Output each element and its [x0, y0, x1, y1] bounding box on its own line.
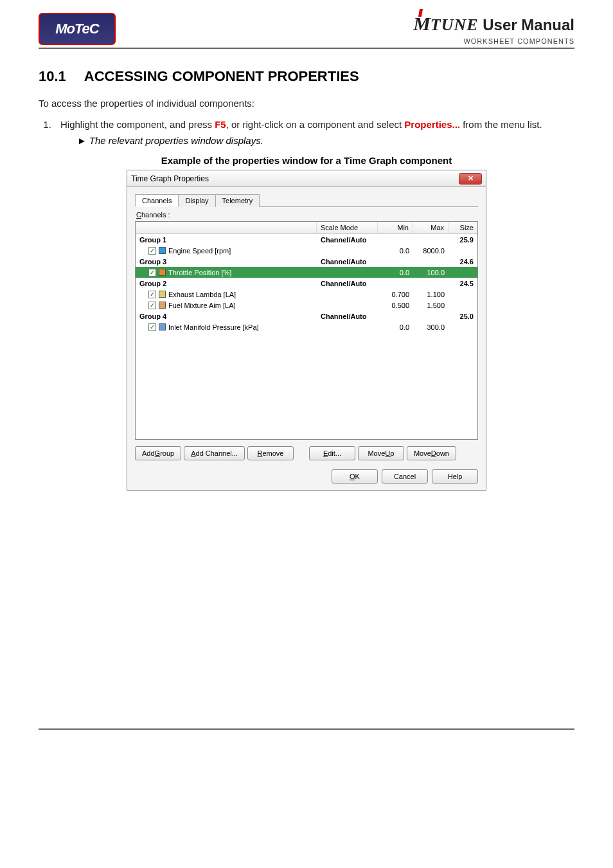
steps-list: Highlight the component, and press F5, o…: [39, 119, 574, 130]
checkbox[interactable]: ✓: [148, 323, 156, 331]
table-channel-row[interactable]: ✓Exhaust Lambda [LA]0.7001.100: [136, 289, 477, 300]
figure-caption: Example of the properties window for a T…: [39, 155, 574, 166]
motec-logo: MoTeC: [39, 13, 116, 45]
step-1: Highlight the component, and press F5, o…: [54, 119, 574, 130]
row-label: Group 2: [139, 280, 166, 287]
remove-button[interactable]: Remove: [247, 446, 294, 460]
brand-line: MTUNE User Manual: [413, 13, 574, 35]
checkbox[interactable]: ✓: [148, 247, 156, 255]
channels-table[interactable]: Scale Mode Min Max Size Group 1Channel/A…: [135, 221, 478, 440]
checkbox[interactable]: ✓: [148, 302, 156, 309]
close-icon[interactable]: ✕: [459, 173, 482, 185]
row-label: Throttle Position [%]: [168, 269, 231, 276]
help-button[interactable]: Help: [432, 469, 478, 484]
table-header: Scale Mode Min Max Size: [136, 222, 477, 234]
tab-telemetry[interactable]: Telemetry: [215, 194, 260, 207]
tab-channels[interactable]: Channels: [135, 194, 179, 207]
channels-label: Channels :: [136, 211, 478, 219]
add-group-button[interactable]: Add Group: [135, 446, 181, 460]
color-swatch: [159, 323, 166, 330]
table-group-row[interactable]: Group 4Channel/Auto25.0: [136, 311, 477, 321]
tab-display[interactable]: Display: [178, 194, 215, 207]
dialog-tabs: Channels Display Telemetry: [135, 194, 478, 207]
footer-rule: [39, 728, 574, 730]
edit-button[interactable]: Edit...: [309, 446, 355, 460]
button-row-1: Add Group Add Channel... Remove Edit... …: [135, 446, 478, 460]
color-swatch: [159, 302, 166, 309]
row-label: Inlet Manifold Pressure [kPa]: [168, 323, 259, 331]
row-label: Engine Speed [rpm]: [168, 247, 231, 255]
row-label: Exhaust Lambda [LA]: [168, 291, 236, 298]
intro-text: To access the properties of individual c…: [39, 98, 574, 109]
row-label: Group 3: [139, 258, 166, 266]
properties-menu-item: Properties...: [404, 119, 460, 130]
table-channel-row[interactable]: ✓Inlet Manifold Pressure [kPa]0.0300.0: [136, 321, 477, 332]
row-label: Group 4: [139, 312, 166, 320]
cancel-button[interactable]: Cancel: [382, 469, 428, 484]
result-text: ►The relevant properties window displays…: [77, 135, 574, 146]
table-group-row[interactable]: Group 3Channel/Auto24.6: [136, 256, 477, 267]
page-header: MoTeC MTUNE User Manual WORKSHEET COMPON…: [39, 13, 574, 49]
row-label: Group 1: [139, 236, 166, 244]
time-graph-properties-dialog: Time Graph Properties ✕ Channels Display…: [127, 170, 486, 491]
section-heading: 10.1ACCESSING COMPONENT PROPERTIES: [39, 68, 574, 85]
color-swatch: [159, 269, 166, 276]
checkbox[interactable]: ✓: [148, 269, 156, 276]
ok-button[interactable]: OK: [332, 469, 378, 484]
table-group-row[interactable]: Group 2Channel/Auto24.5: [136, 278, 477, 289]
subheader: WORKSHEET COMPONENTS: [413, 37, 574, 45]
dialog-titlebar[interactable]: Time Graph Properties ✕: [127, 170, 486, 187]
move-up-button[interactable]: Move Up: [358, 446, 404, 460]
row-label: Fuel Mixture Aim [LA]: [168, 302, 236, 309]
button-row-2: OK Cancel Help: [135, 469, 478, 484]
color-swatch: [159, 291, 166, 298]
f5-key: F5: [215, 119, 226, 130]
table-group-row[interactable]: Group 1Channel/Auto25.9: [136, 234, 477, 245]
color-swatch: [159, 247, 166, 254]
dialog-title: Time Graph Properties: [131, 174, 209, 183]
table-channel-row[interactable]: ✓Throttle Position [%]0.0100.0: [136, 267, 477, 278]
move-down-button[interactable]: Move Down: [407, 446, 456, 460]
checkbox[interactable]: ✓: [148, 291, 156, 298]
table-channel-row[interactable]: ✓Engine Speed [rpm]0.08000.0: [136, 245, 477, 256]
table-channel-row[interactable]: ✓Fuel Mixture Aim [LA]0.5001.500: [136, 300, 477, 311]
add-channel-button[interactable]: Add Channel...: [184, 446, 245, 460]
